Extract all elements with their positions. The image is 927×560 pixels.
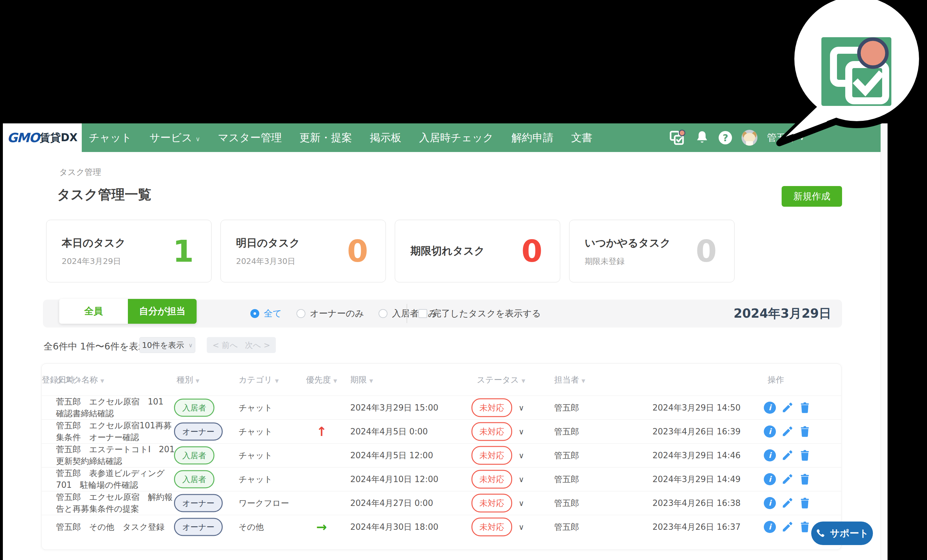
filter-divider [407, 304, 407, 323]
sort-caret-icon[interactable]: ▼ [196, 378, 199, 384]
column-header-priority[interactable]: 優先度▼ [306, 374, 337, 385]
nav-item-bulletin-board[interactable]: 掲示板 [370, 131, 401, 145]
sort-caret-icon[interactable]: ▼ [369, 378, 373, 384]
notification-bell-icon[interactable] [695, 130, 709, 145]
nav-item-renewal-proposal[interactable]: 更新・提案 [299, 131, 352, 145]
column-header-actions: 操作 [767, 374, 784, 385]
status-pill[interactable]: 未対応 [471, 470, 512, 489]
sort-caret-icon[interactable]: ▼ [582, 378, 585, 384]
app-logo[interactable]: GMO 賃貸DX [3, 123, 82, 152]
badge-owner: オーナー [174, 423, 223, 441]
radio-icon[interactable] [250, 309, 259, 318]
radio-owner-only[interactable]: オーナーのみ [296, 308, 364, 320]
task-deadline: 2024年4月10日 12:00 [350, 474, 438, 485]
edit-icon-button[interactable] [781, 497, 793, 509]
arrow-up-icon: ↑ [316, 424, 327, 439]
nav-item-service[interactable]: サービス∨ [149, 131, 200, 145]
badge-resident: 入居者 [174, 470, 214, 489]
nav-right-cluster: ? 管五郎 ∨ [669, 123, 804, 152]
chevron-down-icon[interactable]: ∨ [518, 499, 524, 507]
sort-caret-icon[interactable]: ▼ [77, 378, 81, 384]
chevron-down-icon[interactable]: ∨ [518, 451, 524, 460]
chevron-down-icon[interactable]: ∨ [518, 522, 524, 531]
info-icon-button[interactable]: i [764, 521, 776, 533]
status-pill[interactable]: 未対応 [471, 518, 512, 536]
summary-card-overdue: 期限切れタスク0 [395, 220, 560, 282]
breadcrumb[interactable]: タスク管理 [59, 167, 101, 178]
delete-icon-button[interactable] [799, 521, 811, 533]
next-page-button[interactable]: 次へ > [239, 337, 276, 353]
edit-icon-button[interactable] [781, 449, 793, 461]
delete-icon-button[interactable] [799, 402, 811, 414]
chevron-down-icon[interactable]: ∨ [518, 403, 524, 412]
toggle-all-members[interactable]: 全員 [59, 299, 128, 324]
nav-item-chat[interactable]: チャット [89, 131, 132, 145]
status-pill[interactable]: 未対応 [471, 446, 512, 465]
table-row: 管五郎 エクセル原宿 解約報告と再募集条件の提案オーナーワークフロー2024年4… [42, 491, 841, 515]
nav-item-cancellation-request[interactable]: 解約申請 [511, 131, 553, 145]
radio-icon[interactable] [378, 309, 388, 318]
info-icon-button[interactable]: i [764, 449, 776, 461]
column-header-category[interactable]: カテゴリ▼ [239, 374, 279, 385]
task-name: 菅五郎 エクセル原宿 101 確認書締結確認 [56, 396, 178, 419]
edit-icon-button[interactable] [781, 473, 793, 485]
sort-caret-icon[interactable]: ▼ [521, 378, 525, 384]
page-title: タスク管理一覧 [57, 186, 151, 203]
chevron-down-icon[interactable]: ∨ [518, 427, 524, 436]
column-header-registered[interactable]: 登録日時▼ [42, 374, 81, 385]
user-menu[interactable]: 管五郎 ∨ [767, 131, 804, 144]
radio-all[interactable]: 全て [250, 308, 282, 320]
status-pill[interactable]: 未対応 [471, 494, 512, 513]
edit-icon-button[interactable] [781, 425, 793, 437]
table-row: 菅五郎 エステートコトⅠ 201 更新契約締結確認入居者チャット2024年4月5… [42, 443, 841, 467]
delete-icon-button[interactable] [799, 449, 811, 461]
sort-caret-icon[interactable]: ▼ [275, 378, 279, 384]
task-category: ワークフロー [239, 498, 289, 509]
column-header-status[interactable]: ステータス▼ [477, 374, 525, 385]
chevron-down-icon[interactable]: ∨ [518, 475, 524, 484]
delete-icon-button[interactable] [799, 473, 811, 485]
nav-item-documents[interactable]: 文書 [571, 131, 592, 145]
task-table: タスク名称▼種別▼カテゴリ▼優先度▼期限▼ステータス▼担当者▼登録日時▼操作 菅… [41, 363, 842, 550]
delete-icon-button[interactable] [799, 497, 811, 509]
edit-icon-button[interactable] [781, 521, 793, 533]
nav-item-master-management[interactable]: マスター管理 [218, 131, 281, 145]
task-category: チャット [239, 426, 272, 437]
status-pill[interactable]: 未対応 [471, 422, 512, 441]
show-completed-checkbox[interactable]: 完了したタスクを表示する [418, 300, 541, 328]
support-button[interactable]: サポート [811, 522, 873, 545]
user-avatar[interactable] [742, 130, 757, 146]
info-icon-button[interactable]: i [764, 425, 776, 437]
column-header-assignee[interactable]: 担当者▼ [554, 374, 585, 385]
info-icon-button[interactable]: i [764, 497, 776, 509]
help-icon[interactable]: ? [719, 131, 732, 144]
status-pill[interactable]: 未対応 [471, 398, 512, 417]
card-count: 0 [696, 234, 717, 269]
create-new-button[interactable]: 新規作成 [782, 186, 842, 207]
scrollbar[interactable] [881, 123, 887, 560]
task-assignee: 管五郎 [554, 426, 579, 437]
task-name: 管五郎 エクセル原宿 解約報告と再募集条件の提案 [56, 491, 178, 515]
card-count: 1 [173, 234, 194, 269]
tasks-icon[interactable] [669, 129, 685, 146]
sort-caret-icon[interactable]: ▼ [100, 378, 104, 384]
sort-caret-icon[interactable]: ▼ [333, 378, 337, 384]
prev-page-button[interactable]: < 前へ [207, 337, 243, 353]
info-icon-button[interactable]: i [764, 473, 776, 485]
page-size-value: 10件を表示 [142, 340, 184, 351]
edit-icon-button[interactable] [781, 402, 793, 414]
column-header-type[interactable]: 種別▼ [176, 374, 199, 385]
checkbox-icon[interactable] [418, 309, 427, 318]
summary-card-tomorrow: 明日のタスク2024年3月30日0 [220, 220, 386, 282]
toggle-assigned-to-me[interactable]: 自分が担当 [128, 299, 197, 324]
task-type-badge: オーナー [174, 423, 223, 441]
info-icon-button[interactable]: i [764, 402, 776, 414]
task-name: 菅五郎 エステートコトⅠ 201 更新契約締結確認 [56, 444, 178, 467]
radio-icon[interactable] [296, 309, 305, 318]
row-actions: i [764, 497, 811, 509]
nav-item-move-in-check[interactable]: 入居時チェック [419, 131, 493, 145]
delete-icon-button[interactable] [799, 425, 811, 437]
column-header-deadline[interactable]: 期限▼ [350, 374, 373, 385]
badge-resident: 入居者 [174, 446, 214, 464]
page-size-select[interactable]: 10件を表示 ∨ [139, 337, 195, 353]
